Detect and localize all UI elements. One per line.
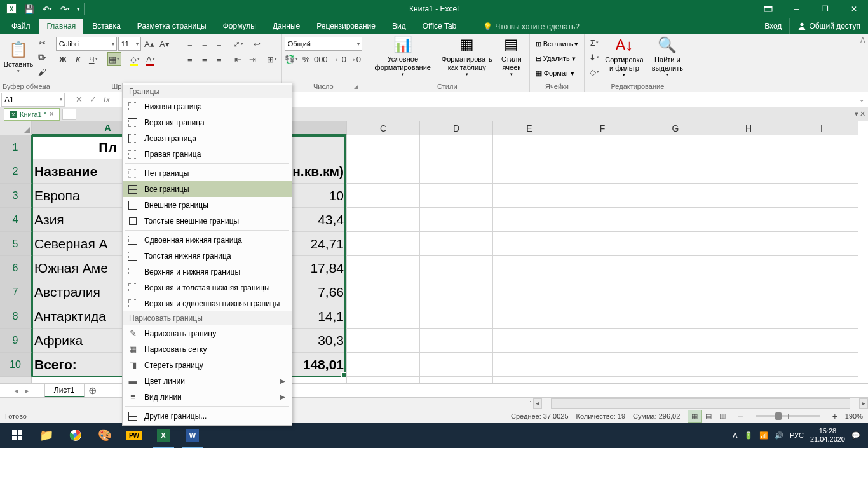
wrap-text-button[interactable]: ↩ xyxy=(250,37,264,51)
col-header-E[interactable]: E xyxy=(493,121,566,135)
draw-menu-item-3[interactable]: ▬ Цвет линии ▶ xyxy=(123,373,292,389)
accounting-format-button[interactable]: 💱 xyxy=(285,52,299,66)
col-header-G[interactable]: G xyxy=(639,121,712,135)
tab-insert[interactable]: Вставка xyxy=(85,19,128,34)
tabs-dropdown[interactable]: ▾ xyxy=(855,110,858,118)
cell-C8[interactable] xyxy=(347,304,420,329)
fill-button[interactable]: ⬇ xyxy=(587,50,601,64)
fill-color-button[interactable]: ◇ xyxy=(128,52,142,66)
cell-D8[interactable] xyxy=(420,304,493,329)
tab-pagelayout[interactable]: Разметка страницы xyxy=(130,19,214,34)
workbook-tab[interactable]: X Книга1 * ✕ xyxy=(4,108,60,121)
border-menu-item-5[interactable]: Нет границы xyxy=(123,165,292,181)
font-size-combo[interactable]: 11 xyxy=(118,37,141,51)
close-tab-button[interactable]: ✕ xyxy=(49,111,54,118)
cell-G2[interactable] xyxy=(639,159,712,184)
tray-notifications-icon[interactable]: 💬 xyxy=(851,431,860,440)
cell-H5[interactable] xyxy=(712,232,785,256)
hscroll-left[interactable]: ◄ xyxy=(533,398,542,409)
percent-button[interactable]: % xyxy=(299,52,313,66)
decrease-font-button[interactable]: A▾ xyxy=(158,37,172,51)
fx-button[interactable]: fx xyxy=(100,93,114,107)
name-box[interactable]: A1 xyxy=(1,93,65,107)
merge-button[interactable]: ⊞ xyxy=(265,52,279,66)
cell-F3[interactable] xyxy=(566,184,639,208)
taskbar-chrome[interactable] xyxy=(61,423,90,448)
row-header-9[interactable]: 9 xyxy=(0,329,32,353)
cut-button[interactable]: ✂ xyxy=(35,36,49,50)
cell-D5[interactable] xyxy=(420,232,493,256)
taskbar-explorer[interactable]: 📁 xyxy=(32,423,61,448)
row-header-8[interactable]: 8 xyxy=(0,304,32,329)
increase-indent-button[interactable]: ⇥ xyxy=(246,52,260,66)
clipboard-launcher[interactable]: ◢ xyxy=(40,82,49,91)
cell-G7[interactable] xyxy=(639,280,712,304)
tab-data[interactable]: Данные xyxy=(265,19,308,34)
cell-C7[interactable] xyxy=(347,280,420,304)
cell-G6[interactable] xyxy=(639,256,712,280)
decrease-decimal-button[interactable]: →0 xyxy=(348,52,362,66)
number-launcher[interactable]: ◢ xyxy=(352,82,361,91)
cell-I6[interactable] xyxy=(785,256,858,280)
cell-I7[interactable] xyxy=(785,280,858,304)
font-color-button[interactable]: A xyxy=(144,52,158,66)
tab-formulas[interactable]: Формулы xyxy=(215,19,264,34)
collapse-ribbon-button[interactable]: ᐱ xyxy=(860,36,865,44)
undo-button[interactable]: ↶▾ xyxy=(38,0,56,18)
sheet-tab[interactable]: Лист1 xyxy=(44,384,85,398)
cell-G4[interactable] xyxy=(639,208,712,232)
tell-me[interactable]: 💡 Что вы хотите сделать? xyxy=(478,20,585,34)
tray-volume-icon[interactable]: 🔊 xyxy=(775,431,783,440)
view-pagelayout-button[interactable]: ▤ xyxy=(702,410,715,423)
cell-G3[interactable] xyxy=(639,184,712,208)
row-header-6[interactable]: 6 xyxy=(0,256,32,280)
cell-H3[interactable] xyxy=(712,184,785,208)
taskbar-paint[interactable]: 🎨 xyxy=(90,423,119,448)
tray-language[interactable]: РУС xyxy=(790,431,804,439)
font-name-combo[interactable]: Calibri xyxy=(56,37,117,51)
orientation-button[interactable]: ⤢ xyxy=(231,37,245,51)
row-header-10[interactable]: 10 xyxy=(0,353,32,377)
cancel-formula-button[interactable]: ✕ xyxy=(72,93,86,107)
cell-I10[interactable] xyxy=(785,353,858,377)
border-menu-item-0[interactable]: Нижняя граница xyxy=(123,98,292,114)
cell-H7[interactable] xyxy=(712,280,785,304)
tray-chevron-icon[interactable]: ᐱ xyxy=(733,431,738,440)
cell-C9[interactable] xyxy=(347,329,420,353)
row-header-4[interactable]: 4 xyxy=(0,208,32,232)
cell-F7[interactable] xyxy=(566,280,639,304)
border-menu-item-12[interactable]: Верхняя и нижняя границы xyxy=(123,264,292,280)
col-header-C[interactable]: C xyxy=(347,121,420,135)
cell-C2[interactable] xyxy=(347,159,420,184)
minimize-button[interactable]: ─ xyxy=(782,0,811,18)
border-menu-item-3[interactable]: Правая граница xyxy=(123,146,292,162)
row-header-5[interactable]: 5 xyxy=(0,232,32,256)
cell-G9[interactable] xyxy=(639,329,712,353)
cell-C3[interactable] xyxy=(347,184,420,208)
cell-E1[interactable] xyxy=(493,135,566,159)
sheet-nav-prev[interactable]: ◄ xyxy=(13,387,20,395)
cell-E5[interactable] xyxy=(493,232,566,256)
cell-I5[interactable] xyxy=(785,232,858,256)
cell-H6[interactable] xyxy=(712,256,785,280)
cell-D4[interactable] xyxy=(420,208,493,232)
draw-menu-item-1[interactable]: ▦ Нарисовать сетку xyxy=(123,341,292,357)
select-all-corner[interactable] xyxy=(0,121,32,135)
cell-D3[interactable] xyxy=(420,184,493,208)
border-menu-item-11[interactable]: Толстая нижняя граница xyxy=(123,248,292,264)
align-top-button[interactable]: ≡ xyxy=(183,37,197,51)
cell-H4[interactable] xyxy=(712,208,785,232)
tab-home[interactable]: Главная xyxy=(39,19,84,34)
ribbon-options-icon[interactable] xyxy=(754,0,782,18)
row-header-2[interactable]: 2 xyxy=(0,159,32,184)
qat-customize[interactable]: ▾ xyxy=(74,0,83,18)
sheet-nav-next[interactable]: ► xyxy=(24,387,31,395)
cell-F10[interactable] xyxy=(566,353,639,377)
save-button[interactable]: 💾 xyxy=(20,0,38,18)
cell-D7[interactable] xyxy=(420,280,493,304)
border-menu-item-6[interactable]: Все границы xyxy=(123,181,292,197)
enter-formula-button[interactable]: ✓ xyxy=(86,93,100,107)
align-left-button[interactable]: ≡ xyxy=(183,52,197,66)
align-bottom-button[interactable]: ≡ xyxy=(212,37,226,51)
cell-I3[interactable] xyxy=(785,184,858,208)
